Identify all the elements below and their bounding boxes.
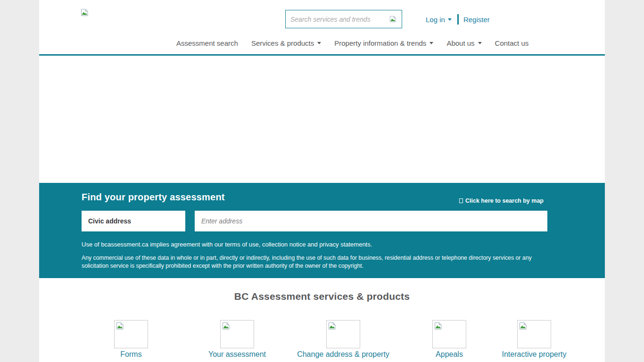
nav-label: Assessment search — [176, 39, 238, 47]
nav-label: Contact us — [495, 39, 529, 47]
change-address-broken-image-icon[interactable] — [326, 320, 360, 348]
services-products-section: BC Assessment services & products Forms … — [39, 278, 605, 360]
hero-banner-area — [39, 56, 605, 183]
your-assessment-broken-image-icon[interactable] — [220, 320, 254, 348]
service-link-interactive-property[interactable]: Interactive property — [481, 350, 587, 359]
login-link[interactable]: Log in — [426, 16, 452, 24]
address-search-row: Civic address — [82, 211, 547, 231]
site-search-input[interactable] — [286, 16, 389, 23]
nav-item-assessment-search[interactable]: Assessment search — [170, 39, 245, 47]
appeals-broken-image-icon[interactable] — [432, 320, 466, 348]
nav-label: Property information & trends — [334, 39, 426, 47]
nav-item-property-information-trends[interactable]: Property information & trends — [328, 39, 440, 47]
login-label: Log in — [426, 16, 445, 24]
service-tile-forms[interactable]: Forms — [78, 320, 184, 359]
nav-item-contact-us[interactable]: Contact us — [488, 39, 536, 47]
copyright-notice-text: Any commercial use of these data in whol… — [82, 254, 551, 270]
main-nav: Assessment search Services & products Pr… — [170, 39, 535, 47]
site-header: Log in Register Assessment search Servic… — [39, 0, 605, 56]
service-tile-your-assessment[interactable]: Your assessment — [184, 320, 290, 359]
service-tile-interactive-property[interactable]: Interactive property — [481, 320, 587, 359]
nav-item-about-us[interactable]: About us — [440, 39, 488, 47]
service-link-your-assessment[interactable]: Your assessment — [184, 350, 290, 359]
map-icon — [459, 198, 463, 203]
site-search — [285, 10, 402, 28]
service-tile-change-address-property[interactable]: Change address & property — [290, 320, 396, 359]
search-type-select[interactable]: Civic address — [82, 211, 185, 231]
account-links: Log in Register — [426, 14, 490, 25]
nav-label: Services & products — [251, 39, 314, 47]
map-link-label: Click here to search by map — [465, 197, 544, 204]
search-by-map-link[interactable]: Click here to search by map — [459, 197, 544, 204]
register-link[interactable]: Register — [463, 16, 490, 24]
forms-broken-image-icon[interactable] — [114, 320, 148, 348]
service-link-change-address-property[interactable]: Change address & property — [290, 350, 396, 359]
banner-title: Find your property assessment — [82, 192, 225, 203]
page-container: Log in Register Assessment search Servic… — [39, 0, 605, 362]
site-logo-broken-image-icon[interactable] — [81, 8, 89, 18]
interactive-property-broken-image-icon[interactable] — [517, 320, 551, 348]
address-input[interactable] — [195, 211, 547, 231]
search-broken-image-icon — [389, 17, 397, 24]
chevron-down-icon — [478, 42, 482, 44]
services-section-title: BC Assessment services & products — [39, 278, 605, 302]
chevron-down-icon — [429, 42, 433, 44]
account-divider — [457, 14, 459, 25]
chevron-down-icon — [448, 18, 452, 21]
property-assessment-banner: Find your property assessment Click here… — [39, 183, 605, 278]
chevron-down-icon — [317, 42, 321, 44]
nav-item-services-products[interactable]: Services & products — [245, 39, 328, 47]
search-button[interactable] — [389, 16, 402, 23]
service-link-forms[interactable]: Forms — [78, 350, 184, 359]
terms-of-use-text: Use of bcassessment.ca implies agreement… — [82, 241, 372, 248]
nav-label: About us — [446, 39, 474, 47]
